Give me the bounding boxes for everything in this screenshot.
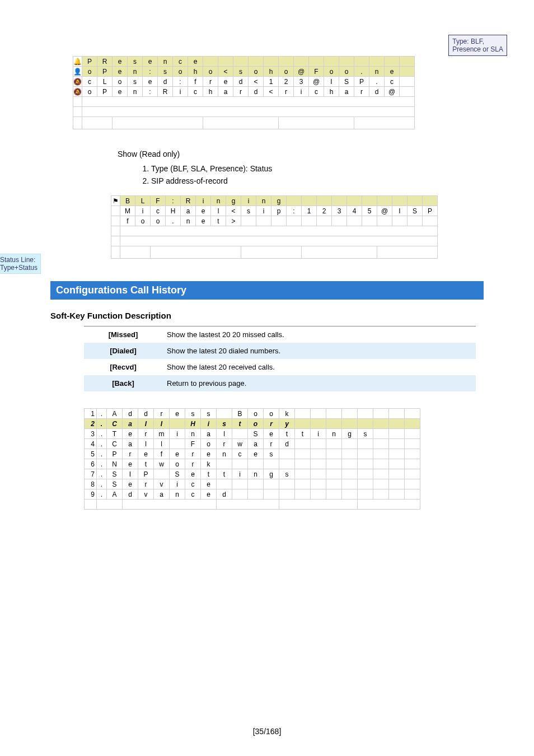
c <box>248 459 264 469</box>
c: I <box>123 469 138 479</box>
c <box>369 57 385 67</box>
c: l <box>217 429 232 439</box>
c: . <box>97 479 107 489</box>
c <box>264 479 279 489</box>
c: r <box>264 439 279 449</box>
c: S <box>248 429 264 439</box>
c: d <box>123 409 138 419</box>
c: 7 <box>85 469 97 479</box>
c: s <box>279 469 295 479</box>
c: 2 <box>317 206 332 216</box>
c: : <box>143 87 158 97</box>
sk-dialed-label: [Dialed] <box>84 343 162 359</box>
c: R <box>181 196 196 206</box>
c: @ <box>309 77 324 87</box>
c: . <box>97 439 107 449</box>
c: o <box>173 67 188 77</box>
c <box>241 216 256 226</box>
c: n <box>128 67 143 77</box>
c: r <box>185 459 201 469</box>
c <box>373 419 389 429</box>
c: n <box>217 449 232 459</box>
c: L <box>97 77 113 87</box>
c <box>232 489 248 500</box>
c: i <box>173 87 188 97</box>
c: o <box>248 419 264 429</box>
c <box>232 459 248 469</box>
c <box>264 459 279 469</box>
flag-icon: ⚑ <box>111 196 120 206</box>
c: w <box>154 459 170 469</box>
c: : <box>173 77 188 87</box>
c: g <box>264 469 279 479</box>
c <box>271 216 287 226</box>
c: e <box>218 77 233 87</box>
c: v <box>138 489 154 500</box>
c <box>385 57 400 67</box>
c: a <box>181 206 196 216</box>
c <box>389 459 405 469</box>
c <box>339 57 354 67</box>
c: @ <box>385 87 400 97</box>
c: < <box>264 87 279 97</box>
c: n <box>170 489 185 500</box>
c: s <box>185 409 201 419</box>
c <box>317 216 332 226</box>
c: e <box>123 429 138 439</box>
c <box>405 479 420 489</box>
c: e <box>201 449 217 459</box>
c <box>358 449 373 459</box>
c: t <box>138 459 154 469</box>
c: r <box>138 479 154 489</box>
c <box>373 439 389 449</box>
c: 4 <box>347 206 362 216</box>
person-icon: 👤 <box>73 67 82 77</box>
c <box>405 439 420 449</box>
c: i <box>294 87 309 97</box>
c: c <box>173 57 188 67</box>
c: p <box>271 206 287 216</box>
show-item-2: SIP address-of-record <box>151 176 484 185</box>
c: I <box>324 77 339 87</box>
c: a <box>201 429 217 439</box>
c <box>295 489 311 500</box>
c: i <box>201 419 217 429</box>
c <box>373 489 389 500</box>
c: c <box>188 87 203 97</box>
c <box>358 469 373 479</box>
c: @ <box>294 67 309 77</box>
c <box>405 459 420 469</box>
sk-dialed-desc: Show the latest 20 dialed numbers. <box>162 343 476 359</box>
c: S <box>339 77 354 87</box>
c <box>324 57 339 67</box>
c <box>342 469 358 479</box>
c: c <box>185 479 201 489</box>
show-read-only: Show (Read only) <box>118 150 484 158</box>
c: r <box>154 409 170 419</box>
sk-missed-desc: Show the lastest 20 20 missed calls. <box>162 326 476 343</box>
c: e <box>188 57 203 67</box>
c <box>358 459 373 469</box>
c: g <box>271 196 287 206</box>
c <box>279 449 295 459</box>
c: a <box>339 87 354 97</box>
c: : <box>287 206 302 216</box>
c <box>264 57 279 67</box>
c <box>317 196 332 206</box>
c <box>358 409 373 419</box>
c: h <box>188 67 203 77</box>
c <box>326 479 342 489</box>
c <box>311 479 326 489</box>
c <box>389 469 405 479</box>
c: o <box>151 216 166 226</box>
c <box>389 489 405 500</box>
c: i <box>170 479 185 489</box>
c <box>347 216 362 226</box>
c: c <box>82 77 97 87</box>
c: o <box>279 67 294 77</box>
bell-icon: 🔕 <box>73 77 82 87</box>
c <box>342 459 358 469</box>
c <box>217 479 232 489</box>
c: o <box>248 409 264 419</box>
c: h <box>264 67 279 77</box>
